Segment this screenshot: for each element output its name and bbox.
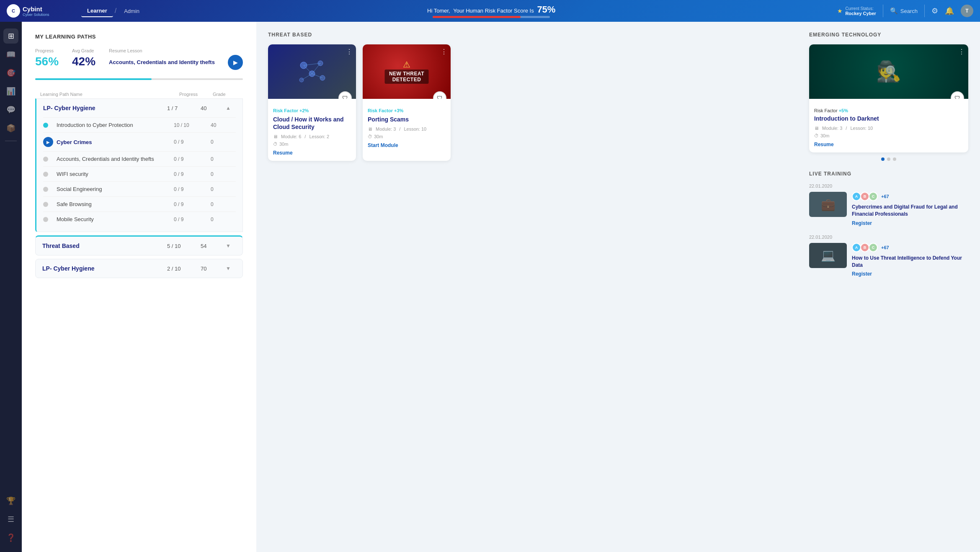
lp-row-cyber-hygiene[interactable]: LP- Cyber Hygiene 1 / 7 40 ▲ (36, 99, 242, 117)
sidebar-item-book[interactable]: 📖 (3, 47, 18, 62)
lp-progress-threat: 5 / 10 (167, 243, 201, 249)
module-label-porting: Module: 3 (376, 126, 396, 132)
play-button[interactable]: ▶ (228, 55, 243, 70)
search-button[interactable]: 🔍 Search (890, 7, 918, 15)
risk-value-cloud: +2% (299, 108, 309, 113)
svg-line-6 (304, 65, 312, 74)
nav-tab-learner[interactable]: Learner (81, 5, 113, 17)
lesson-progress-social: 0 / 9 (174, 186, 207, 192)
lp-row-threat[interactable]: Threat Based 5 / 10 54 ▼ (36, 237, 242, 255)
register-button-1[interactable]: Register (852, 220, 968, 226)
card-menu-darknet[interactable]: ⋮ (958, 48, 965, 56)
card-time-darknet: ⏱ 30m (814, 133, 963, 138)
risk-score: 75% (537, 4, 555, 15)
lesson-row: Accounts, Credentials and Identity theft… (43, 151, 236, 166)
module-icon-darknet: 🖥 (814, 126, 819, 131)
two-col-layout: THREAT BASED (268, 32, 968, 285)
sidebar-item-chat[interactable]: 💬 (3, 102, 18, 117)
lesson-grade-intro: 40 (211, 122, 236, 128)
sidebar-item-box[interactable]: 📦 (3, 121, 18, 136)
lesson-progress-safe: 0 / 9 (174, 201, 207, 207)
avg-grade-label: Avg Grade (72, 48, 95, 53)
training-info-1: A B C +67 Cybercrimes and Digital Fraud … (852, 192, 968, 226)
lesson-row: Safe Browsing 0 / 9 0 (43, 196, 236, 212)
lesson-dot-pending (43, 187, 48, 192)
dot-2[interactable] (887, 157, 890, 161)
avg-grade-stat: Avg Grade 42% (72, 48, 95, 68)
mini-avatar-1a: A (852, 192, 861, 201)
sidebar-item-dashboard[interactable]: ⊞ (3, 28, 18, 44)
lesson-dot-active: ▶ (43, 137, 53, 147)
avg-grade-value: 42% (72, 55, 95, 68)
top-navigation: C Cybint Cyber Solutions Learner / Admin… (0, 0, 980, 22)
sidebar-item-list[interactable]: ☰ (3, 512, 18, 527)
thumb-bg-cloud (268, 44, 356, 99)
sidebar-item-analytics[interactable]: 📊 (3, 84, 18, 99)
start-button-porting[interactable]: Start Module (368, 142, 398, 148)
module-icon: 🖥 (273, 134, 278, 139)
lp-name-hygiene2: LP- Cyber Hygiene (42, 265, 167, 272)
table-header: Learning Path Name Progress Grade (35, 90, 243, 98)
divider2 (924, 5, 925, 17)
svg-line-7 (312, 63, 320, 74)
laptop-icon-1: 💼 (821, 198, 836, 212)
overall-progress-track (35, 78, 243, 80)
sidebar-item-target[interactable]: 🎯 (3, 65, 18, 80)
course-card-cloud: ⋮ 🛡 Risk Factor +2% Cloud / How it Works… (268, 44, 356, 161)
plus-count-1: +67 (881, 194, 889, 199)
col-name: Learning Path Name (40, 92, 179, 97)
sidebar-item-award[interactable]: 🏆 (3, 493, 18, 508)
lesson-row-active: ▶ Cyber Crimes 0 / 9 0 (43, 132, 236, 151)
sidebar-divider (5, 141, 17, 141)
resume-button-darknet[interactable]: Resume (814, 142, 834, 147)
lp-card-hygiene2: LP- Cyber Hygiene 2 / 10 70 ▼ (35, 259, 243, 278)
logo-icon: C (7, 4, 20, 18)
threat-based-title: THREAT BASED (268, 32, 797, 38)
card-thumb-cloud: ⋮ 🛡 (268, 44, 356, 99)
card-body-cloud: Risk Factor +2% Cloud / How it Works and… (268, 99, 356, 161)
thumb-bg-porting: ⚠ NEW THREAT DETECTED (363, 44, 451, 99)
dot-3[interactable] (893, 157, 896, 161)
card-menu-porting[interactable]: ⋮ (441, 48, 447, 56)
risk-progress-bar (433, 16, 550, 18)
chevron-up-icon: ▲ (226, 105, 236, 111)
bell-icon[interactable]: 🔔 (945, 6, 954, 15)
sidebar: ⊞ 📖 🎯 📊 💬 📦 🏆 ☰ ❓ (0, 22, 22, 552)
progress-label: Progress (35, 48, 59, 53)
lp-name-threat: Threat Based (42, 242, 167, 249)
lesson-name-intro: Introduction to Cyber Protection (57, 122, 170, 128)
clock-icon: ⏱ (273, 142, 278, 147)
dot-1[interactable] (881, 157, 885, 161)
lesson-row: Social Engineering 0 / 9 0 (43, 181, 236, 196)
resume-button-cloud[interactable]: Resume (273, 150, 293, 156)
threat-based-section: THREAT BASED (268, 32, 797, 161)
sidebar-item-help[interactable]: ❓ (3, 530, 18, 545)
card-title-cloud: Cloud / How it Works and Cloud Security (273, 116, 351, 131)
card-meta-cloud: 🖥 Module: 6 / Lesson: 2 (273, 134, 351, 139)
card-footer-darknet: Resume (814, 142, 963, 147)
overall-progress-fill (35, 78, 152, 80)
lesson-progress-accounts: 0 / 9 (174, 156, 207, 162)
network-diagram-icon (295, 57, 329, 86)
risk-factor-cloud: Risk Factor +2% (273, 108, 351, 113)
lp-row-hygiene2[interactable]: LP- Cyber Hygiene 2 / 10 70 ▼ (36, 259, 242, 278)
card-footer-cloud: Resume (273, 150, 351, 156)
risk-value-porting: +3% (394, 108, 403, 113)
settings-icon[interactable]: ⚙ (931, 6, 938, 15)
card-menu-cloud[interactable]: ⋮ (346, 48, 353, 56)
lesson-grade-wifi: 0 (211, 171, 236, 177)
card-thumb-porting: ⚠ NEW THREAT DETECTED ⋮ 🛡 (363, 44, 451, 99)
user-avatar[interactable]: T (961, 5, 973, 17)
thumb-bg-darknet: 🕵 (809, 44, 968, 99)
lesson-list: Introduction to Cyber Protection 10 / 10… (36, 117, 242, 232)
training-thumb-2: 💻 (809, 243, 847, 268)
register-button-2[interactable]: Register (852, 271, 968, 277)
meta-sep-porting: / (399, 126, 400, 132)
module-label-darknet: Module: 3 (822, 126, 842, 131)
lesson-label-cloud: Lesson: 2 (309, 134, 329, 139)
nav-center: Hi Tomer, Your Human Risk Factor Score I… (145, 4, 837, 18)
laptop-icon-2: 💻 (821, 248, 836, 262)
meta-sep-darknet: / (846, 126, 847, 131)
threat-cards-row: ⋮ 🛡 Risk Factor +2% Cloud / How it Works… (268, 44, 797, 161)
nav-tab-admin[interactable]: Admin (118, 5, 145, 17)
